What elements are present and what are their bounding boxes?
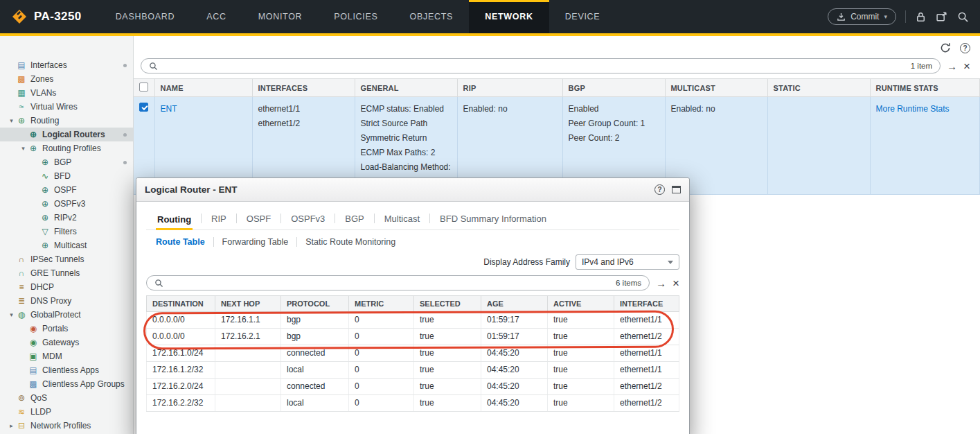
nav-item-objects[interactable]: OBJECTS (394, 0, 470, 33)
route-column-header-metric[interactable]: METRIC (349, 296, 414, 312)
apply-filter-arrow-icon[interactable]: → (656, 278, 666, 288)
route-column-header-interface[interactable]: INTERFACE (614, 296, 679, 312)
subtab-route-table[interactable]: Route Table (156, 237, 205, 247)
main-search-field[interactable]: 1 item (141, 58, 941, 73)
column-header-runtime-stats[interactable]: RUNTIME STATS (870, 79, 980, 97)
column-header-interfaces[interactable]: INTERFACES (252, 79, 355, 97)
clear-filter-icon[interactable]: × (672, 277, 679, 289)
clientless-app-groups-icon: ▩ (28, 380, 39, 388)
tab-bgp[interactable]: BGP (344, 207, 365, 229)
sidebar-item-routing[interactable]: ▾⊕Routing (0, 114, 133, 128)
nav-item-dashboard[interactable]: DASHBOARD (100, 0, 190, 33)
nav-item-acc[interactable]: ACC (190, 0, 242, 33)
sidebar-item-bfd[interactable]: ∿BFD (0, 169, 133, 183)
sidebar-item-clientless-apps[interactable]: ▤Clientless Apps (0, 363, 133, 377)
route-row[interactable]: 172.16.2.0/24connected0true04:45:20truee… (147, 379, 679, 395)
sidebar-item-qos[interactable]: ⊚QoS (0, 391, 133, 405)
route-row[interactable]: 0.0.0.0/0172.16.2.1bgp0true01:59:17truee… (147, 329, 679, 345)
maximize-icon[interactable] (672, 186, 681, 193)
address-family-select[interactable]: IPv4 and IPv6 (576, 254, 679, 270)
route-column-header-next-hop[interactable]: NEXT HOP (215, 296, 281, 312)
task-manager-icon[interactable] (936, 11, 948, 23)
column-header-static[interactable]: STATIC (767, 79, 870, 97)
commit-button[interactable]: Commit ▾ (828, 8, 896, 25)
clientless-apps-icon: ▤ (28, 366, 39, 374)
subtab-forwarding-table[interactable]: Forwarding Table (222, 237, 289, 247)
route-column-header-selected[interactable]: SELECTED (414, 296, 481, 312)
sidebar-item-vlans[interactable]: ▦VLANs (0, 86, 133, 100)
route-column-header-age[interactable]: AGE (481, 296, 548, 312)
sidebar-item-gateways[interactable]: ◉Gateways (0, 336, 133, 349)
column-header-bgp[interactable]: BGP (562, 79, 665, 97)
route-search-field[interactable]: 6 items (146, 275, 650, 290)
sidebar-item-ipsec-tunnels[interactable]: ∩IPSec Tunnels (0, 252, 133, 266)
sidebar-item-virtual-wires[interactable]: ≈Virtual Wires (0, 100, 133, 114)
context-menu-dot[interactable] (123, 133, 127, 137)
sidebar-item-logical-routers[interactable]: ⊕Logical Routers (0, 128, 133, 141)
sidebar-item-dns-proxy[interactable]: ≣DNS Proxy (0, 294, 133, 308)
row-checkbox[interactable] (139, 103, 148, 112)
context-menu-dot[interactable] (123, 161, 127, 164)
route-column-header-active[interactable]: ACTIVE (548, 296, 614, 312)
tab-bfd-summary-information[interactable]: BFD Summary Information (438, 207, 548, 229)
column-header-name[interactable]: NAME (154, 79, 252, 97)
chevron-down-icon[interactable]: ▾ (7, 311, 16, 318)
sidebar-item-globalprotect[interactable]: ▾◍GlobalProtect (0, 308, 133, 322)
sidebar-item-filters[interactable]: ▽Filters (0, 225, 133, 238)
nav-item-monitor[interactable]: MONITOR (242, 0, 319, 33)
more-runtime-stats-link[interactable]: More Runtime Stats (876, 104, 950, 114)
subtab-static-route-monitoring[interactable]: Static Route Monitoring (305, 237, 395, 247)
tab-rip[interactable]: RIP (210, 207, 228, 229)
sidebar-item-lldp[interactable]: ≋LLDP (0, 405, 133, 419)
sidebar-item-interfaces[interactable]: ▤Interfaces (0, 58, 133, 72)
sidebar-item-routing-profiles[interactable]: ▾⊕Routing Profiles (0, 141, 133, 155)
sidebar-item-network-profiles[interactable]: ▸⊟Network Profiles (0, 419, 133, 433)
search-icon[interactable] (957, 11, 969, 23)
route-column-header-destination[interactable]: DESTINATION (147, 296, 215, 312)
chevron-right-icon[interactable]: ▸ (7, 422, 16, 429)
sidebar-item-portals[interactable]: ◉Portals (0, 322, 133, 336)
sidebar-item-ripv2[interactable]: ⊕RIPv2 (0, 211, 133, 225)
tab-routing[interactable]: Routing (156, 208, 193, 230)
sidebar-item-mdm[interactable]: ▣MDM (0, 349, 133, 363)
route-row[interactable]: 172.16.1.0/24connected0true04:45:20truee… (147, 345, 679, 362)
dialog-header[interactable]: Logical Router - ENT ? (136, 178, 689, 202)
sidebar-item-dhcp[interactable]: ≡DHCP (0, 280, 133, 294)
clear-filter-icon[interactable]: × (963, 60, 970, 72)
column-header-multicast[interactable]: MULTICAST (665, 79, 767, 97)
tab-ospfv3[interactable]: OSPFv3 (289, 207, 326, 229)
sidebar-item-label: GRE Tunnels (30, 268, 80, 278)
route-row[interactable]: 0.0.0.0/0172.16.1.1bgp0true01:59:17truee… (147, 312, 679, 329)
mdm-icon: ▣ (28, 352, 39, 361)
nav-item-device[interactable]: DEVICE (549, 0, 616, 33)
search-input[interactable] (163, 60, 906, 71)
lock-icon[interactable] (915, 11, 927, 23)
help-icon[interactable]: ? (960, 43, 970, 53)
select-all-header[interactable] (134, 79, 154, 97)
route-row[interactable]: 172.16.1.2/32local0true04:45:20trueether… (147, 362, 679, 379)
column-header-general[interactable]: GENERAL (355, 79, 457, 97)
dialog-help-icon[interactable]: ? (654, 184, 665, 195)
select-all-checkbox[interactable] (139, 83, 148, 92)
sidebar-item-bgp[interactable]: ⊕BGP (0, 155, 133, 169)
nav-item-policies[interactable]: POLICIES (318, 0, 393, 33)
chevron-down-icon[interactable]: ▾ (19, 145, 28, 152)
chevron-down-icon[interactable]: ▾ (7, 117, 16, 124)
column-header-rip[interactable]: RIP (457, 79, 562, 97)
sidebar-item-zones[interactable]: ▩Zones (0, 72, 133, 86)
sidebar-item-ospf[interactable]: ⊕OSPF (0, 183, 133, 197)
sidebar-item-ospfv3[interactable]: ⊕OSPFv3 (0, 197, 133, 211)
sidebar-item-multicast[interactable]: ⊕Multicast (0, 238, 133, 252)
tab-ospf[interactable]: OSPF (245, 207, 272, 229)
route-column-header-protocol[interactable]: PROTOCOL (281, 296, 349, 312)
sidebar-item-clientless-app-groups[interactable]: ▩Clientless App Groups (0, 377, 133, 391)
sidebar-item-gre-tunnels[interactable]: ∩GRE Tunnels (0, 266, 133, 280)
context-menu-dot[interactable] (123, 64, 127, 67)
router-name-link[interactable]: ENT (161, 104, 177, 114)
nav-item-network[interactable]: NETWORK (469, 0, 549, 33)
route-search-input[interactable] (168, 277, 611, 288)
tab-multicast[interactable]: Multicast (383, 207, 421, 229)
route-row[interactable]: 172.16.2.2/32local0true04:45:20trueether… (147, 395, 679, 412)
apply-filter-arrow-icon[interactable]: → (947, 61, 957, 71)
refresh-icon[interactable] (940, 42, 951, 53)
